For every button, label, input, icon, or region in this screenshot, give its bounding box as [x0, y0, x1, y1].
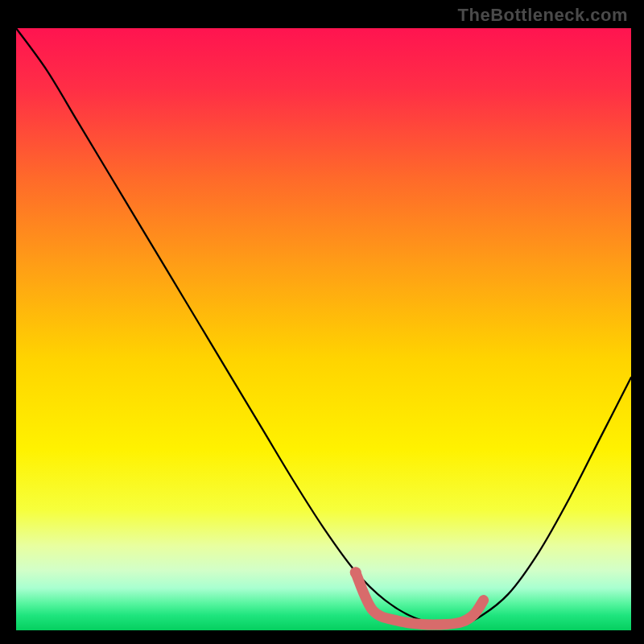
watermark-text: TheBottleneck.com [458, 5, 628, 26]
chart-stage: TheBottleneck.com [0, 0, 644, 644]
chart-svg [0, 0, 644, 644]
plot-background [16, 28, 631, 630]
bottleneck-range-start-dot [350, 567, 361, 578]
